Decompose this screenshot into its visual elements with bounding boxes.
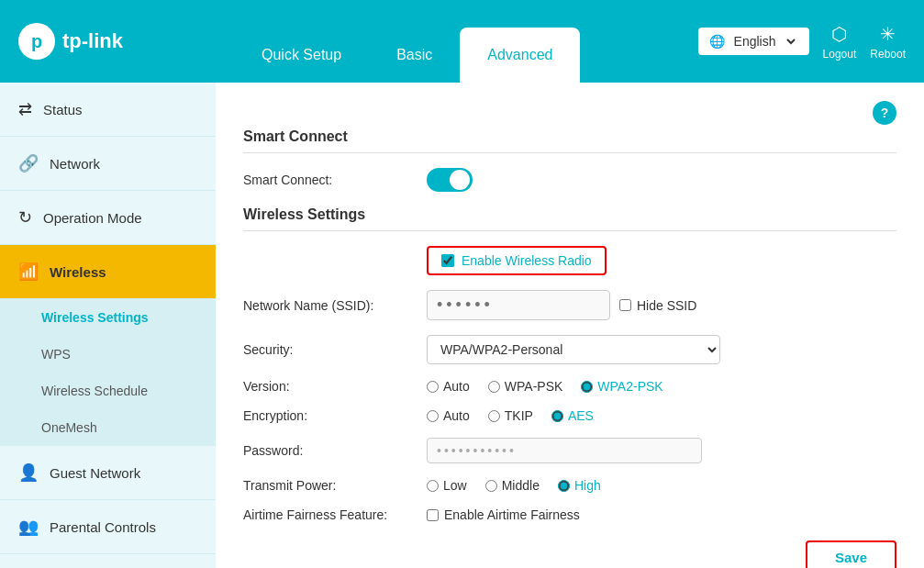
- sidebar-item-network[interactable]: 🔗 Network: [0, 137, 216, 191]
- smart-connect-control: [427, 168, 896, 192]
- encryption-auto-option[interactable]: Auto: [427, 408, 470, 423]
- globe-icon: 🌐: [709, 34, 725, 49]
- version-wpapsk-radio[interactable]: [488, 381, 500, 393]
- network-name-row: Network Name (SSID): Hide SSID: [243, 290, 896, 320]
- nav-tabs: Quick Setup Basic Advanced: [234, 0, 698, 83]
- version-row: Version: Auto WPA-PSK WPA2-PSK: [243, 379, 896, 394]
- password-label: Password:: [243, 443, 427, 458]
- version-wpapsk-label: WPA-PSK: [505, 379, 563, 394]
- sidebar-sub-wireless-settings[interactable]: Wireless Settings: [0, 299, 216, 336]
- parental-controls-icon: 👥: [18, 517, 39, 537]
- hide-ssid-container: Hide SSID: [619, 298, 696, 313]
- version-auto-label: Auto: [443, 379, 470, 394]
- onemesh-sub-label: OneMesh: [41, 420, 97, 435]
- transmit-power-control: Low Middle High: [427, 478, 896, 493]
- enable-wireless-radio-control: Enable Wireless Radio: [427, 246, 896, 275]
- tab-basic[interactable]: Basic: [369, 28, 460, 83]
- header-right: 🌐 English 中文 Español Deutsch Français ⬡ …: [698, 23, 906, 61]
- main-content: ? Smart Connect Smart Connect: Wireless …: [216, 83, 924, 568]
- help-icon[interactable]: ?: [873, 101, 896, 125]
- transmit-low-radio[interactable]: [427, 480, 439, 492]
- transmit-low-label: Low: [443, 478, 467, 493]
- wireless-settings-title: Wireless Settings: [243, 206, 896, 231]
- security-label: Security:: [243, 342, 427, 357]
- logo-icon: p: [18, 23, 55, 60]
- version-wpa2psk-label: WPA2-PSK: [597, 379, 662, 394]
- tab-advanced[interactable]: Advanced: [460, 28, 580, 83]
- transmit-high-radio[interactable]: [558, 480, 570, 492]
- encryption-auto-radio[interactable]: [427, 410, 439, 422]
- encryption-label: Encryption:: [243, 408, 427, 423]
- wireless-settings-sub-label: Wireless Settings: [41, 310, 149, 325]
- version-auto-option[interactable]: Auto: [427, 379, 470, 394]
- logout-button[interactable]: ⬡ Logout: [823, 23, 857, 61]
- transmit-middle-label: Middle: [502, 478, 540, 493]
- encryption-tkip-label: TKIP: [505, 408, 533, 423]
- logout-icon: ⬡: [831, 23, 847, 45]
- version-wpapsk-option[interactable]: WPA-PSK: [488, 379, 563, 394]
- logo-text: tp-link: [62, 29, 123, 53]
- password-input[interactable]: [427, 438, 702, 463]
- save-button[interactable]: Save: [806, 540, 896, 568]
- wps-sub-label: WPS: [41, 347, 71, 362]
- hide-ssid-label: Hide SSID: [637, 298, 696, 313]
- tab-quick-setup[interactable]: Quick Setup: [234, 28, 369, 83]
- version-auto-radio[interactable]: [427, 381, 439, 393]
- enable-wireless-radio-row: Enable Wireless Radio: [243, 246, 896, 275]
- sidebar-label-guest-network: Guest Network: [50, 465, 140, 481]
- encryption-aes-radio[interactable]: [551, 410, 563, 422]
- logout-label: Logout: [823, 48, 857, 61]
- layout: ⇄ Status 🔗 Network ↻ Operation Mode 📶 Wi…: [0, 83, 924, 568]
- sidebar-label-wireless: Wireless: [50, 264, 106, 280]
- sidebar-item-operation-mode[interactable]: ↻ Operation Mode: [0, 191, 216, 245]
- encryption-aes-option[interactable]: AES: [551, 408, 594, 423]
- security-row: Security: WPA/WPA2-Personal WPA3-Persona…: [243, 335, 896, 364]
- network-name-control: Hide SSID: [427, 290, 896, 320]
- encryption-tkip-radio[interactable]: [488, 410, 500, 422]
- version-wpa2psk-radio[interactable]: [581, 381, 593, 393]
- airtime-control: Enable Airtime Fairness: [427, 507, 896, 522]
- wireless-icon: 📶: [18, 262, 39, 282]
- version-control: Auto WPA-PSK WPA2-PSK: [427, 379, 896, 394]
- guest-network-icon: 👤: [18, 462, 39, 483]
- airtime-option-label: Enable Airtime Fairness: [444, 507, 580, 522]
- transmit-power-row: Transmit Power: Low Middle High: [243, 478, 896, 493]
- operation-mode-icon: ↻: [18, 207, 32, 228]
- transmit-high-label: High: [574, 478, 601, 493]
- encryption-row: Encryption: Auto TKIP AES: [243, 408, 896, 423]
- sidebar-sub-wireless-schedule[interactable]: Wireless Schedule: [0, 373, 216, 409]
- encryption-auto-label: Auto: [443, 408, 470, 423]
- enable-wireless-radio-checkbox[interactable]: [441, 254, 454, 267]
- smart-connect-title: Smart Connect: [243, 128, 896, 153]
- sidebar-item-status[interactable]: ⇄ Status: [0, 83, 216, 137]
- airtime-row: Airtime Fairness Feature: Enable Airtime…: [243, 507, 896, 522]
- sidebar-item-parental-controls[interactable]: 👥 Parental Controls: [0, 500, 216, 554]
- network-name-input[interactable]: [427, 290, 610, 320]
- airtime-checkbox[interactable]: [427, 509, 439, 521]
- transmit-low-option[interactable]: Low: [427, 478, 467, 493]
- save-btn-row: Save: [243, 540, 896, 568]
- airtime-checkbox-label[interactable]: Enable Airtime Fairness: [427, 507, 580, 522]
- sidebar: ⇄ Status 🔗 Network ↻ Operation Mode 📶 Wi…: [0, 83, 216, 568]
- reboot-label: Reboot: [870, 48, 906, 61]
- transmit-middle-radio[interactable]: [485, 480, 497, 492]
- enable-wireless-radio-box[interactable]: Enable Wireless Radio: [427, 246, 607, 275]
- language-selector[interactable]: 🌐 English 中文 Español Deutsch Français: [698, 28, 809, 55]
- encryption-aes-label: AES: [568, 408, 594, 423]
- transmit-middle-option[interactable]: Middle: [485, 478, 540, 493]
- security-dropdown[interactable]: WPA/WPA2-Personal WPA3-Personal WPA2-Per…: [427, 335, 720, 364]
- encryption-tkip-option[interactable]: TKIP: [488, 408, 533, 423]
- reboot-button[interactable]: ✳ Reboot: [870, 23, 906, 61]
- language-dropdown[interactable]: English 中文 Español Deutsch Français: [730, 33, 798, 50]
- sidebar-sub-wps[interactable]: WPS: [0, 336, 216, 373]
- smart-connect-toggle[interactable]: [427, 168, 473, 192]
- smart-connect-label: Smart Connect:: [243, 173, 427, 187]
- sidebar-item-wireless[interactable]: 📶 Wireless: [0, 245, 216, 299]
- version-wpa2psk-option[interactable]: WPA2-PSK: [581, 379, 662, 394]
- transmit-high-option[interactable]: High: [558, 478, 601, 493]
- smart-connect-row: Smart Connect:: [243, 168, 896, 192]
- hide-ssid-checkbox[interactable]: [619, 299, 631, 311]
- sidebar-item-guest-network[interactable]: 👤 Guest Network: [0, 446, 216, 500]
- network-name-label: Network Name (SSID):: [243, 298, 427, 313]
- sidebar-sub-onemesh[interactable]: OneMesh: [0, 409, 216, 446]
